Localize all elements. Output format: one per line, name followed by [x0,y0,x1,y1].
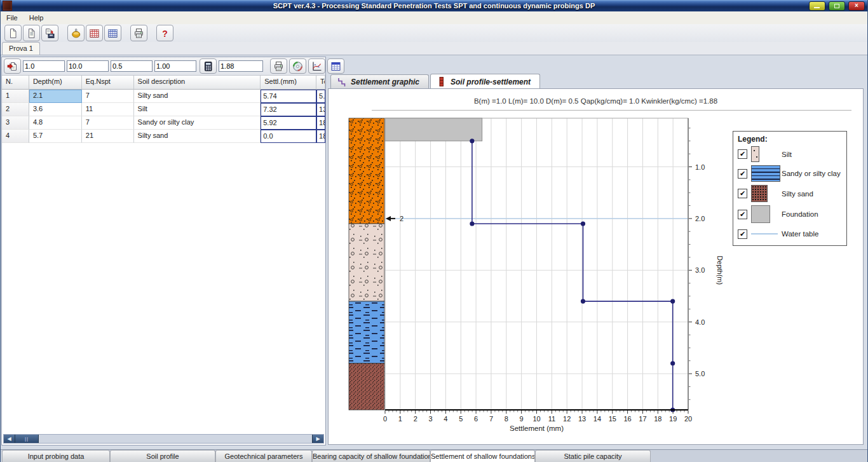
x-tick-label: 5 [459,415,463,423]
apply-params-button[interactable] [4,58,21,74]
x-tick-label: 18 [654,415,661,423]
kwinkler-field[interactable] [219,60,263,72]
x-tick-label: 16 [623,415,631,423]
legend-item: ✔Water table [738,226,846,241]
horizontal-scrollbar[interactable]: ◀ || ▶ [3,434,324,444]
settlement-cell[interactable]: 0.0 [261,130,316,143]
x-tick-label: 14 [593,415,601,423]
legend-checkbox[interactable]: ✔ [738,229,747,239]
x-axis-label: Settlement (mm) [510,425,564,432]
module-tab-input-probing-data[interactable]: Input probing data [2,450,110,462]
nspt-cell[interactable]: 11 [82,103,134,116]
total-settlement-cell[interactable]: 18. [316,130,325,143]
module-tab-settlement-of-shallow-foundations[interactable]: Settlement of shallow foundations [430,450,535,462]
legend-checkbox[interactable]: ✔ [738,189,747,198]
calculate-button[interactable] [200,58,217,74]
x-tick-label: 2 [414,415,417,423]
print-results-button[interactable] [270,58,287,74]
graph-button[interactable] [308,58,325,74]
soil-description-cell[interactable]: Silty sand [134,90,261,103]
y-tick-label: 1.0 [695,163,705,171]
legend-item: ✔Foundation [738,205,846,223]
x-tick-label: 19 [669,415,677,423]
soil-layer-pattern [349,363,384,410]
soil-column-icon [436,76,447,87]
document-tab[interactable]: Prova 1 [2,42,40,55]
x-tick-label: 15 [609,415,616,423]
x-tick-label: 17 [639,415,646,423]
probing-data-panel: N.Depth(m)Eq.NsptSoil descriptionSettl.(… [1,57,326,445]
depth-cell[interactable]: 3.6 [29,103,82,116]
scrollbar-thumb[interactable]: || [15,435,39,443]
soil-description-cell[interactable]: Silty sand [134,130,261,143]
maximize-button[interactable] [829,1,845,11]
foundation-swatch [751,205,770,223]
y-tick-label: 5.0 [695,370,705,377]
close-button[interactable]: × [848,1,865,11]
close-icon: × [849,2,864,10]
column-header: Eq.Nspt [82,76,134,90]
legend-checkbox[interactable]: ✔ [738,169,747,179]
maximize-icon [834,4,839,8]
settlement-cell[interactable]: 5.92 [261,116,316,130]
module-tab-soil-profile[interactable]: Soil profile [110,450,215,462]
cd-icon [292,61,303,72]
results-table-button[interactable] [104,25,121,41]
gold-knob-icon [71,28,81,39]
column-header: Depth(m) [29,76,82,90]
module-tab-bearing-capacity-of-shallow-foundations[interactable]: Bearing capacity of shallow foundations [312,450,430,462]
new-file-button[interactable] [4,25,22,41]
table-row: 23.611Silt7.3213. [2,103,325,116]
data-table-button[interactable] [86,25,103,41]
soil-description-cell[interactable]: Sandy or silty clay [134,116,261,130]
x-tick-label: 8 [505,415,508,423]
x-tick-label: 1 [398,415,402,423]
legend-item: ✔Sandy or silty clay [738,165,846,182]
legend-item: ✔Silty sand [738,185,846,202]
total-settlement-cell[interactable]: 18. [316,116,325,130]
total-settlement-cell[interactable]: 13. [316,103,325,116]
minimize-button[interactable] [809,1,825,11]
soil-layer-pattern [349,118,384,224]
depth-cell[interactable]: 5.7 [29,130,82,143]
x-tick-label: 6 [474,415,478,423]
total-settlement-cell[interactable]: 5.7 [316,90,325,103]
legend-checkbox[interactable]: ✔ [738,210,747,219]
compute-button[interactable] [67,25,85,41]
depth-cell[interactable]: 4.8 [29,116,82,130]
legend-swatch-wrap [747,185,782,202]
l-field[interactable] [67,60,109,72]
settlement-cell[interactable]: 5.74 [261,90,316,103]
settlement-cell[interactable]: 7.32 [261,103,316,116]
soil-description-cell[interactable]: Silt [134,103,261,116]
menu-help[interactable]: Help [24,11,50,24]
module-tab-static-pile-capacity[interactable]: Static pile capacity [535,450,651,462]
x-tick-label: 9 [520,415,524,423]
scroll-left-arrow[interactable]: ◀ [4,435,15,443]
module-tab-geotechnical-parameters[interactable]: Geotechnical parameters [215,450,312,462]
print-button[interactable] [130,25,147,41]
menu-file[interactable]: File [1,11,24,24]
depth-cell[interactable]: 2.1 [29,90,82,103]
open-file-button[interactable] [23,25,40,41]
nspt-cell[interactable]: 21 [82,130,134,143]
scroll-right-arrow[interactable]: ▶ [312,435,323,443]
y-tick-label: 2.0 [695,215,705,222]
help-button[interactable]: ? [156,25,173,41]
chart-tab-soil-profile-settlement[interactable]: Soil profile-settlement [430,74,540,89]
workarea: N.Depth(m)Eq.NsptSoil descriptionSettl.(… [1,55,867,449]
nspt-cell[interactable]: 7 [82,116,134,130]
legend-checkbox[interactable]: ✔ [738,149,747,159]
chart-tab-settlement-graphic[interactable]: Settlement graphic [330,74,429,89]
module-tab-bar: Input probing dataSoil profileGeotechnic… [1,449,867,462]
b-field[interactable] [23,60,65,72]
legend-title: Legend: [738,135,846,144]
export-button[interactable] [289,58,306,74]
nspt-cell[interactable]: 7 [82,90,134,103]
d-field[interactable] [111,60,153,72]
save-file-button[interactable] [41,25,58,41]
x-tick-label: 4 [444,415,447,423]
printer-icon [133,28,144,39]
qap-field[interactable] [154,60,196,72]
chart-tab-label: Soil profile-settlement [451,78,531,86]
